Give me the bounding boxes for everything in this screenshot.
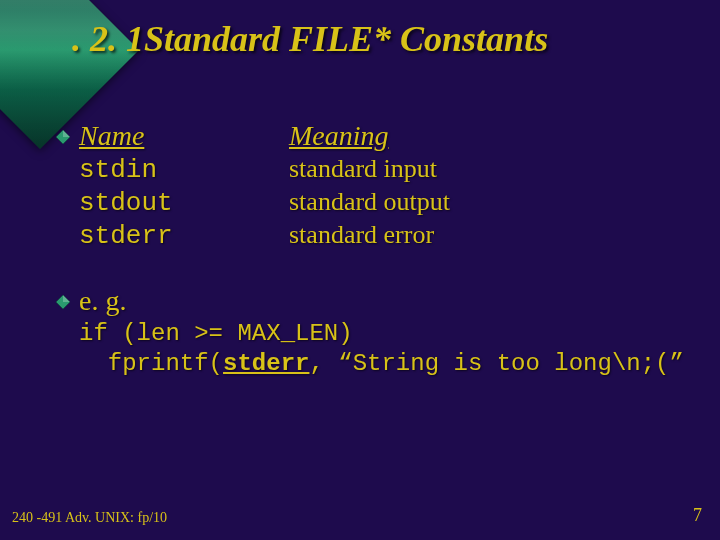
table-row: stdin standard input xyxy=(55,154,700,185)
constant-meaning: standard error xyxy=(289,220,434,249)
svg-marker-1 xyxy=(63,130,70,137)
footer-course-label: 240 -491 Adv. UNIX: fp/10 xyxy=(12,510,167,526)
constant-name: stderr xyxy=(79,221,173,251)
constant-meaning: standard output xyxy=(289,187,450,216)
constant-name: stdin xyxy=(79,155,157,185)
column-header-name: Name xyxy=(79,120,144,151)
code-line-2-post: , “String is too long\n;(” xyxy=(309,350,683,377)
diamond-bullet-icon xyxy=(55,129,71,145)
diamond-bullet-icon xyxy=(55,294,71,310)
code-line-2-pre: fprintf( xyxy=(79,350,223,377)
footer-page-number: 7 xyxy=(693,505,702,526)
example-block: e. g. if (len >= MAX_LEN) fprintf(stderr… xyxy=(55,285,700,379)
table-header-row: Name Meaning xyxy=(55,120,700,152)
column-header-meaning: Meaning xyxy=(289,120,389,151)
table-row: stderr standard error xyxy=(55,220,700,251)
slide-title: . 2. 1Standard FILE* Constants xyxy=(72,18,548,60)
code-line-1: if (len >= MAX_LEN) xyxy=(79,320,353,347)
slide-content: Name Meaning stdin standard input stdout… xyxy=(55,120,700,379)
code-keyword-stderr: stderr xyxy=(223,350,309,377)
table-row: stdout standard output xyxy=(55,187,700,218)
constant-name: stdout xyxy=(79,188,173,218)
example-label: e. g. xyxy=(79,285,126,317)
constant-meaning: standard input xyxy=(289,154,437,183)
code-example: if (len >= MAX_LEN) fprintf(stderr, “Str… xyxy=(79,319,700,379)
